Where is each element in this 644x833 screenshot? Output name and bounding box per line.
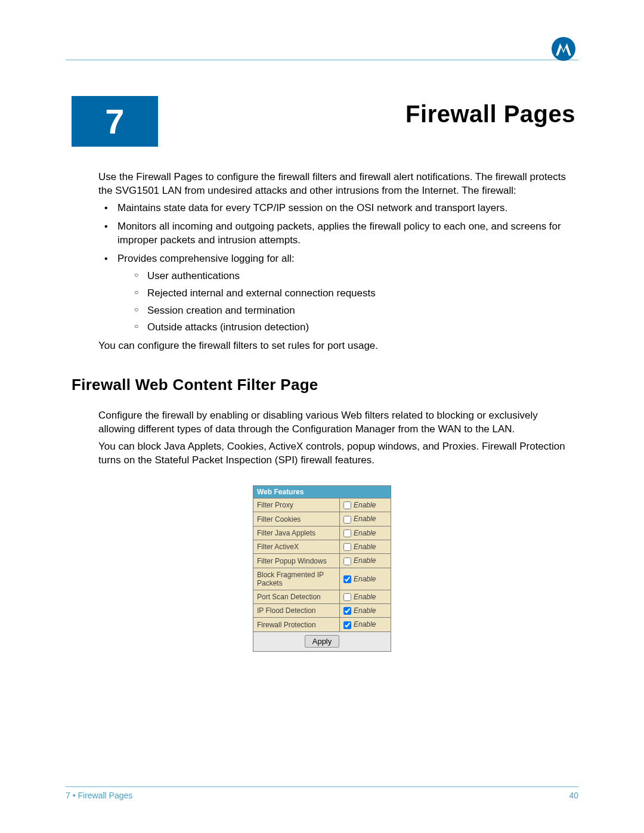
bullet-item: Monitors all incoming and outgoing packe… (98, 220, 572, 247)
feature-control: Enable (340, 540, 391, 554)
section-title: Firewall Web Content Filter Page (72, 376, 578, 394)
chapter-number: 7 (105, 101, 124, 141)
footer-left: 7 • Firewall Pages (66, 791, 132, 800)
feature-label: Filter Java Applets (253, 526, 340, 540)
table-row: Filter ActiveXEnable (253, 540, 391, 554)
feature-label: IP Flood Detection (253, 604, 340, 618)
enable-checkbox[interactable] (343, 593, 351, 601)
header-rule (66, 60, 578, 60)
bullet-item: Maintains state data for every TCP/IP se… (98, 202, 572, 215)
enable-checkbox[interactable] (343, 543, 351, 551)
feature-control: Enable (340, 512, 391, 526)
enable-label: Enable (354, 606, 376, 615)
enable-label: Enable (354, 543, 376, 551)
feature-control: Enable (340, 526, 391, 540)
feature-label: Filter Proxy (253, 498, 340, 512)
apply-button[interactable]: Apply (305, 635, 340, 648)
bullet-text: Provides comprehensive logging for all: (117, 253, 295, 264)
web-features-table: Web Features Filter ProxyEnableFilter Co… (253, 485, 391, 652)
section-p1: Configure the firewall by enabling or di… (98, 409, 572, 436)
web-features-header: Web Features (253, 486, 391, 498)
sub-bullet-item: User authentications (129, 270, 572, 283)
after-bullets-paragraph: You can configure the firewall filters t… (98, 339, 572, 353)
sub-bullet-item: Rejected internal and external connectio… (129, 287, 572, 301)
feature-label: Block Fragmented IP Packets (253, 568, 340, 590)
section-p2: You can block Java Applets, Cookies, Act… (98, 440, 572, 467)
enable-checkbox[interactable] (343, 501, 351, 509)
sub-bullet-item: Outside attacks (intrusion detection) (129, 321, 572, 335)
enable-checkbox[interactable] (343, 575, 351, 583)
feature-label: Firewall Protection (253, 618, 340, 631)
table-row: IP Flood DetectionEnable (253, 604, 391, 618)
feature-label: Port Scan Detection (253, 590, 340, 603)
feature-control: Enable (340, 554, 391, 568)
enable-label: Enable (354, 556, 376, 565)
chapter-number-box: 7 (72, 96, 158, 147)
table-row: Block Fragmented IP PacketsEnable (253, 568, 391, 590)
feature-control: Enable (340, 590, 391, 603)
enable-checkbox[interactable] (343, 529, 351, 537)
sub-bullet-item: Session creation and termination (129, 304, 572, 318)
intro-paragraph: Use the Firewall Pages to configure the … (98, 171, 572, 198)
motorola-icon (552, 37, 575, 61)
table-row: Filter Java AppletsEnable (253, 526, 391, 540)
feature-label: Filter Cookies (253, 512, 340, 526)
enable-label: Enable (354, 515, 376, 523)
feature-label: Filter ActiveX (253, 540, 340, 554)
table-row: Port Scan DetectionEnable (253, 590, 391, 603)
enable-checkbox[interactable] (343, 558, 351, 565)
enable-checkbox[interactable] (343, 621, 351, 629)
table-row: Filter Popup WindowsEnable (253, 554, 391, 568)
table-row: Filter ProxyEnable (253, 498, 391, 512)
table-row: Filter CookiesEnable (253, 512, 391, 526)
chapter-title: Firewall Pages (158, 101, 578, 128)
enable-checkbox[interactable] (343, 607, 351, 615)
enable-label: Enable (354, 575, 376, 583)
enable-label: Enable (354, 593, 376, 601)
footer-page-number: 40 (569, 791, 578, 800)
brand-logo (552, 37, 575, 61)
feature-control: Enable (340, 618, 391, 631)
table-row: Firewall ProtectionEnable (253, 618, 391, 631)
enable-label: Enable (354, 501, 376, 509)
enable-checkbox[interactable] (343, 516, 351, 524)
enable-label: Enable (354, 620, 376, 628)
feature-label: Filter Popup Windows (253, 554, 340, 568)
feature-control: Enable (340, 498, 391, 512)
feature-control: Enable (340, 568, 391, 590)
feature-control: Enable (340, 604, 391, 618)
enable-label: Enable (354, 529, 376, 537)
bullet-item: Provides comprehensive logging for all: … (98, 252, 572, 335)
